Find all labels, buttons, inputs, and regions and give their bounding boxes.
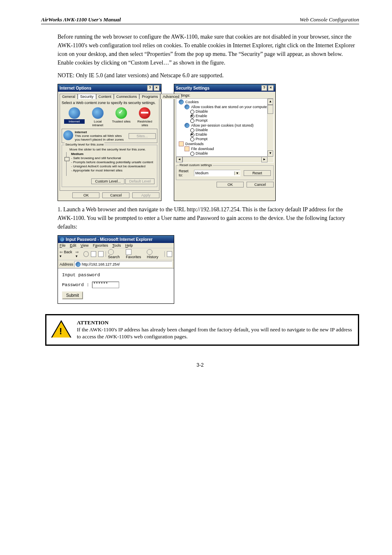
refresh-icon[interactable] bbox=[91, 251, 96, 257]
tab-security[interactable]: Security bbox=[78, 94, 96, 99]
zone-local-intranet[interactable]: Local intranet bbox=[88, 107, 108, 127]
radio-prompt[interactable] bbox=[190, 137, 194, 141]
ie-icon bbox=[179, 99, 184, 104]
ie-icon bbox=[184, 104, 189, 109]
chevron-down-icon[interactable]: ▼ bbox=[234, 171, 240, 175]
settings-listbox[interactable]: Cookies Allow cookies that are stored on… bbox=[176, 98, 274, 163]
tab-programs[interactable]: Programs bbox=[139, 94, 160, 99]
ie-icon bbox=[184, 123, 189, 128]
default-level-button: Default Level bbox=[125, 178, 154, 184]
globe-icon bbox=[69, 107, 80, 119]
internet-options-dialog: Internet Options ? × General Security Co… bbox=[58, 84, 161, 201]
forward-button[interactable]: ⇨ ▾ bbox=[76, 250, 81, 258]
search-icon bbox=[108, 249, 114, 255]
tab-general[interactable]: General bbox=[60, 94, 78, 99]
password-label: Password : bbox=[62, 282, 89, 287]
help-icon[interactable]: ? bbox=[147, 85, 153, 91]
download-icon bbox=[184, 146, 189, 151]
zone-internet[interactable]: Internet bbox=[65, 107, 84, 127]
cancel-button[interactable]: Cancel bbox=[247, 182, 274, 187]
back-button[interactable]: ⇦ Back ▾ bbox=[60, 250, 74, 258]
doc-title: AirWorks AWK-1100 User's Manual bbox=[41, 16, 121, 23]
scroll-left-icon[interactable]: ◄ bbox=[176, 157, 182, 162]
address-label: Address bbox=[60, 262, 73, 266]
search-button[interactable]: Search bbox=[108, 249, 124, 259]
step-1: 1. Launch a Web browser and then navigat… bbox=[58, 205, 359, 231]
ie-icon bbox=[60, 237, 65, 242]
help-icon[interactable]: ? bbox=[261, 85, 267, 91]
tab-content[interactable]: Content bbox=[96, 94, 114, 99]
menu-view[interactable]: View bbox=[81, 243, 88, 247]
download-icon bbox=[179, 141, 184, 146]
zone-name: Internet bbox=[75, 130, 127, 134]
mail-icon[interactable] bbox=[167, 251, 172, 257]
home-icon[interactable] bbox=[98, 251, 104, 257]
radio-prompt[interactable] bbox=[190, 119, 194, 123]
security-slider[interactable] bbox=[65, 152, 69, 176]
vertical-scrollbar[interactable]: ▲ ▼ bbox=[267, 99, 273, 157]
menu-file[interactable]: File bbox=[60, 243, 66, 247]
level-medium: Medium bbox=[71, 152, 153, 156]
slider-instruction: Move the slider to set the security leve… bbox=[69, 148, 154, 151]
doc-section: Web Console Configuration bbox=[300, 16, 359, 23]
ok-button[interactable]: OK bbox=[217, 182, 244, 187]
note-paragraph: NOTE: Only IE 5.0 (and later versions) a… bbox=[58, 71, 359, 80]
address-input[interactable]: http://192.168.127.254/ bbox=[74, 261, 172, 267]
reset-legend: Reset custom settings bbox=[179, 163, 213, 167]
ok-button[interactable]: OK bbox=[72, 192, 99, 198]
cancel-button[interactable]: Cancel bbox=[102, 192, 129, 198]
submit-button[interactable]: Submit bbox=[62, 291, 83, 299]
custom-level-button[interactable]: Custom Level... bbox=[91, 178, 125, 184]
reset-button[interactable]: Reset bbox=[244, 170, 271, 176]
radio-enable[interactable] bbox=[190, 133, 194, 137]
restricted-icon bbox=[139, 107, 150, 119]
intro-paragraph: Before running the web browser to config… bbox=[58, 32, 359, 67]
zone-trusted[interactable]: Trusted sites bbox=[111, 107, 131, 127]
scroll-up-icon[interactable]: ▲ bbox=[267, 99, 273, 105]
reset-to-dropdown[interactable]: Medium ▼ bbox=[194, 170, 240, 176]
browser-toolbar: ⇦ Back ▾ ⇨ ▾ Search Favorites History bbox=[58, 248, 174, 260]
warning-icon bbox=[52, 322, 70, 338]
zone-restricted[interactable]: Restricted sites bbox=[135, 107, 154, 127]
radio-disable[interactable] bbox=[190, 152, 194, 156]
page-heading: Input password bbox=[62, 273, 170, 278]
menu-tools[interactable]: Tools bbox=[112, 243, 121, 247]
zone-desc: This zone contains all Web sites you hav… bbox=[75, 134, 127, 141]
star-icon bbox=[126, 249, 131, 255]
sites-button: Sites... bbox=[129, 133, 156, 139]
menu-help[interactable]: Help bbox=[125, 243, 133, 247]
history-button[interactable]: History bbox=[147, 249, 162, 259]
check-icon bbox=[115, 107, 127, 119]
scroll-down-icon[interactable]: ▼ bbox=[267, 150, 273, 157]
radio-disable[interactable] bbox=[190, 110, 194, 114]
browser-title: Input Password - Microsoft Internet Expl… bbox=[66, 237, 152, 242]
ie-icon bbox=[76, 262, 81, 267]
globe-icon bbox=[63, 130, 73, 140]
io-title: Internet Options bbox=[60, 86, 91, 90]
intranet-icon bbox=[92, 107, 104, 119]
password-input[interactable]: ****** bbox=[92, 282, 119, 288]
settings-label: Settings: bbox=[176, 93, 274, 97]
ie-browser-window: Input Password - Microsoft Internet Expl… bbox=[58, 235, 174, 304]
apply-button: Apply bbox=[132, 192, 159, 198]
attention-box: ATTENTION If the AWK-1100's IP address h… bbox=[45, 314, 359, 346]
radio-disable[interactable] bbox=[190, 128, 194, 132]
stop-icon[interactable] bbox=[83, 251, 89, 257]
close-icon[interactable]: × bbox=[268, 85, 274, 91]
menu-bar: File Edit View Favorites Tools Help bbox=[58, 243, 174, 248]
horizontal-scrollbar[interactable]: ◄ ► bbox=[176, 156, 267, 162]
io-tabs: General Security Content Connections Pro… bbox=[60, 93, 159, 99]
close-icon[interactable]: × bbox=[154, 85, 159, 91]
io-subtitle: Select a Web content zone to specify its… bbox=[62, 101, 157, 105]
scroll-right-icon[interactable]: ► bbox=[261, 157, 267, 162]
menu-favorites[interactable]: Favorites bbox=[93, 243, 108, 247]
radio-enable[interactable] bbox=[190, 114, 194, 118]
reset-to-label: Reset to: bbox=[179, 169, 192, 177]
security-settings-dialog: Security Settings ? × Settings: Cookies … bbox=[174, 84, 276, 201]
ss-title: Security Settings bbox=[176, 86, 210, 90]
attention-label: ATTENTION bbox=[77, 319, 352, 326]
sec-level-legend: Security level for this zone bbox=[65, 143, 104, 146]
menu-edit[interactable]: Edit bbox=[70, 243, 76, 247]
tab-connections[interactable]: Connections bbox=[114, 94, 139, 99]
favorites-button[interactable]: Favorites bbox=[126, 249, 145, 259]
